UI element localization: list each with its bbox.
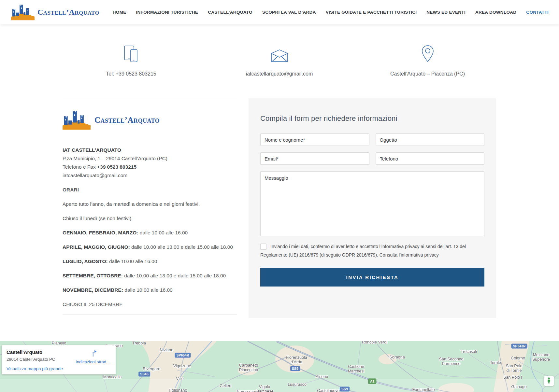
form-title: Compila il form per richiedere informazi… [260, 114, 484, 123]
subject-field[interactable] [376, 133, 485, 146]
privacy-checkbox[interactable] [260, 244, 266, 250]
road-badge-ss45: SS45 [138, 372, 150, 377]
map-place-label: San Polo I [503, 375, 522, 380]
map-place-label: Fontanellato [412, 387, 435, 392]
orari-line: CHIUSO IL 25 DICEMBRE [63, 300, 237, 309]
map-place-label: Folignano [169, 388, 187, 392]
map-place-label: Monticello [103, 375, 122, 379]
office-phone-number: +39 0523 803215 [97, 164, 136, 170]
site-logo-text: Castell’Arquato [37, 8, 99, 17]
map-place-label: Torrile [490, 360, 501, 365]
contact-form-panel: Compila il form per richiedere informazi… [249, 98, 496, 318]
castle-logo-icon [11, 3, 35, 22]
map-place-label: MezzanoSuperiore [532, 353, 550, 362]
road-badge-ss9: SS9 [290, 366, 300, 371]
map-info-card: Castell'Arquato 29014 Castell'Arquato PC… [2, 345, 116, 374]
map-place-label: VigoloMarchese [256, 385, 274, 392]
map-place-label: Alseno [316, 374, 328, 379]
divider-bottom [63, 315, 237, 315]
nav-item-informazioni-turistiche[interactable]: INFORMAZIONI TURISTICHE [136, 10, 198, 15]
map-place-label: Vigolzone [173, 364, 191, 368]
contacts-page: Castell’Arquato HOMEINFORMAZIONI TURISTI… [0, 0, 559, 392]
map-place-label: Trecasali [461, 349, 477, 354]
privacy-row: Inviando i miei dati, confermo di aver l… [260, 242, 484, 259]
site-header: Castell’Arquato HOMEINFORMAZIONI TURISTI… [0, 0, 559, 24]
email-field[interactable] [260, 152, 369, 165]
map-place-label: Rivergaro [143, 367, 160, 371]
road-badge-ss9: SS9 [340, 387, 350, 392]
contact-highlights: Tel: +39 0523 803215 iatcastellarquato@g… [57, 24, 502, 98]
street-view-pegman-button[interactable] [544, 376, 554, 386]
office-logo: Castell’Arquato [63, 109, 237, 132]
orari-line: Chiuso il lunedì (se non festivi). [63, 214, 237, 223]
map-place-label: Castelnuovo [317, 388, 340, 392]
location-text: Castell'Arquato – Piacenza (PC) [390, 71, 465, 77]
map-place-label: Roncole Verdi [362, 341, 387, 344]
highlight-location: Castell'Arquato – Piacenza (PC) [353, 24, 502, 98]
highlight-email: iatcastellarquato@gmail.com [205, 24, 353, 98]
nav-item-home[interactable]: HOME [113, 10, 126, 15]
main-nav: HOMEINFORMAZIONI TURISTICHECASTELL’ARQUA… [113, 10, 549, 15]
message-field[interactable] [260, 171, 484, 236]
pin-icon [421, 39, 434, 63]
road-badge-sp343r: SP343R [511, 344, 527, 349]
orari-line: LUGLIO, AGOSTO: dalle 10.00 alle 16.00 [63, 257, 237, 266]
orari-line: NOVEMBRE, DICEMBRE: dalle 10.00 alle 16.… [63, 286, 237, 294]
map-place-label: Trebbia [132, 341, 146, 345]
map-place-label: CarpanetoPiacentino [239, 363, 258, 372]
privacy-text: Inviando i miei dati, confermo di aver l… [260, 244, 466, 258]
map-place-label: Fiorenzuolad'Arda [286, 355, 307, 364]
nav-item-area-download[interactable]: AREA DOWNLOAD [475, 10, 516, 15]
site-logo[interactable]: Castell’Arquato [11, 3, 99, 22]
directions-icon [89, 353, 97, 358]
map-place-label: Colorno [511, 356, 525, 360]
email-text: iatcastellarquato@gmail.com [246, 71, 313, 77]
map-place-label: San Polodi Torrile [506, 364, 523, 373]
pegman-icon [546, 377, 552, 385]
office-info: Castell’Arquato IAT CASTELL’ARQUATO P.za… [63, 98, 237, 315]
phone-text: Tel: +39 0523 803215 [106, 71, 156, 77]
phone-icon [124, 39, 138, 63]
directions-button[interactable]: Indicazioni strad… [76, 349, 110, 364]
map-place-label: San SecondoParmense [439, 357, 463, 366]
castle-logo-icon [63, 109, 91, 132]
highlight-phone: Tel: +39 0523 803215 [57, 24, 205, 98]
mail-icon [270, 39, 289, 63]
office-email: iatcastellarquato@gmail.com [63, 171, 237, 180]
map-place-label: Gainago [511, 385, 526, 389]
phone-field[interactable] [376, 152, 485, 165]
road-badge-sp654r: SP654R [175, 353, 191, 358]
office-logo-text: Castell’Arquato [94, 116, 160, 125]
map-place-label: Soragna [389, 355, 405, 359]
map-place-label: Lusurasco [288, 382, 307, 387]
nav-item-scopri-la-val-d-arda[interactable]: SCOPRI LA VAL D’ARDA [262, 10, 316, 15]
google-map[interactable]: PianelloAgazzanoTrebbiaNivianoVigolzoneR… [0, 341, 559, 392]
nav-item-contatti[interactable]: CONTATTI [526, 10, 549, 15]
office-address: P.za Municipio, 1 – 29014 Castell’Arquat… [63, 154, 237, 163]
orari-list: Aperto tutto l’anno, da martedì a domeni… [63, 200, 237, 309]
orari-line: SETTEMBRE, OTTOBRE: dalle 10.00 alle 13.… [63, 272, 237, 280]
nav-item-visite-guidate-e-pacchetti-turistici[interactable]: VISITE GUIDATE E PACCHETTI TURISTICI [326, 10, 417, 15]
map-place-label: CastioneMarchesi [348, 364, 365, 373]
map-place-label: Celleri [220, 384, 231, 388]
submit-button[interactable]: INVIA RICHIESTA [260, 268, 484, 287]
office-title: IAT CASTELL’ARQUATO [63, 146, 237, 154]
view-larger-map-link[interactable]: Visualizza mappa più grande [7, 366, 63, 371]
divider-top [63, 98, 237, 98]
orari-line: APRILE, MAGGIO, GIUGNO: dalle 10.00 alle… [63, 243, 237, 251]
orari-line: GENNAIO, FEBBRAIO, MARZO: dalle 10.00 al… [63, 229, 237, 237]
form-grid [260, 133, 484, 236]
directions-label: Indicazioni strad… [76, 359, 110, 364]
map-place-label: Villò [176, 376, 183, 381]
nav-item-news-ed-eventi[interactable]: NEWS ED EVENTI [426, 10, 466, 15]
orari-title: ORARI [63, 186, 237, 194]
road-badge-a1: A1 [368, 379, 376, 384]
orari-line: Aperto tutto l’anno, da martedì a domeni… [63, 200, 237, 208]
name-field[interactable] [260, 133, 369, 146]
office-phone-line: Telefono e Fax +39 0523 803215 [63, 163, 237, 171]
map-place-label: Travazzano [236, 389, 257, 392]
nav-item-castell-arquato[interactable]: CASTELL’ARQUATO [208, 10, 252, 15]
map-place-label: Niviano [160, 348, 173, 352]
